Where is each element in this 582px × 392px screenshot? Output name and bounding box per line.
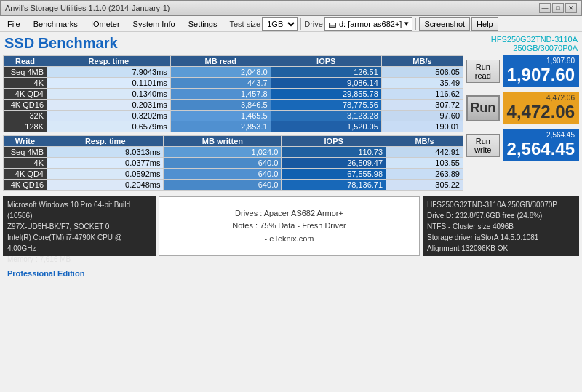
device-line2: 250GB/30070P0A: [491, 44, 578, 52]
help-button[interactable]: Help: [471, 17, 498, 31]
page-title: SSD Benchmark: [4, 35, 118, 52]
drive-selector[interactable]: 🖴 d: [armor as682+] ▾: [324, 17, 413, 31]
write-mb-2: 640.0: [164, 169, 282, 180]
write-row-0: Seq 4MB 9.0313ms 1,024.0 110.73 442.91: [4, 147, 463, 158]
screenshot-button[interactable]: Screenshot: [419, 17, 470, 31]
write-mb-0: 1,024.0: [164, 147, 282, 158]
window-controls[interactable]: — □ ✕: [539, 3, 577, 13]
read-resp-0: 7.9043ms: [47, 67, 171, 78]
read-row-5: 128K 0.6579ms 2,853.1 1,520.05 190.01: [4, 121, 463, 132]
write-iops-1: 26,509.47: [282, 158, 386, 169]
notes-text: Drives : Apacer AS682 Armor+ Notes : 75%…: [232, 207, 346, 246]
read-mb-3: 3,846.5: [170, 100, 271, 111]
read-score-large: 1,907.60: [507, 65, 575, 85]
read-col-mb: MB read: [170, 56, 271, 67]
drive-icon: 🖴: [328, 20, 336, 28]
sys-line3: Intel(R) Core(TM) i7-4790K CPU @ 4.00GHz: [7, 232, 151, 254]
write-mbs-3: 305.22: [386, 180, 463, 191]
window-title: Anvil's Storage Utilities 1.1.0 (2014-Ja…: [5, 4, 170, 12]
read-resp-1: 0.1101ms: [47, 78, 171, 89]
test-size-label: Test size: [229, 20, 260, 28]
read-mbs-0: 506.05: [381, 67, 463, 78]
sys-line2: Z97X-UD5H-BK/F7, SOCKET 0: [7, 221, 151, 232]
write-row-2: 4K QD4 0.0592ms 640.0 67,555.98 263.89: [4, 169, 463, 180]
read-table: Read Resp. time MB read IOPS MB/s Seq 4M…: [3, 55, 463, 132]
write-mbs-2: 263.89: [386, 169, 463, 180]
write-score-large: 2,564.45: [507, 139, 575, 159]
write-col-label: Write: [4, 136, 47, 147]
drive-info-line3: NTFS - Cluster size 4096B: [427, 221, 575, 232]
read-row-3: 4K QD16 0.2031ms 3,846.5 78,775.56 307.7…: [4, 100, 463, 111]
write-resp-1: 0.0377ms: [47, 158, 164, 169]
drive-info-line6: Compression 100% (Incompressible): [427, 254, 575, 256]
read-resp-5: 0.6579ms: [47, 121, 171, 132]
write-table-header: Write Resp. time MB written IOPS MB/s: [4, 136, 463, 147]
write-iops-3: 78,136.71: [282, 180, 386, 191]
read-iops-4: 3,123.28: [271, 111, 381, 121]
read-iops-5: 1,520.05: [271, 121, 381, 132]
device-line1: HFS250G32TND-3110A: [491, 35, 578, 44]
benchmark-area: Read Resp. time MB read IOPS MB/s Seq 4M…: [3, 55, 579, 193]
read-row-2: 4K QD4 0.1340ms 1,457.8 29,855.78 116.62: [4, 89, 463, 100]
read-label-3: 4K QD16: [4, 100, 47, 111]
read-score-section: Run read 1,907.60 1,907.60: [466, 55, 579, 87]
minimize-button[interactable]: —: [539, 3, 551, 13]
read-label-0: Seq 4MB: [4, 67, 47, 78]
write-resp-0: 9.0313ms: [47, 147, 164, 158]
write-resp-2: 0.0592ms: [47, 169, 164, 180]
read-mb-5: 2,853.1: [170, 121, 271, 132]
drive-info-box: HFS250G32TND-3110A 250GB/30070P Drive D:…: [423, 196, 579, 256]
read-label-4: 32K: [4, 111, 47, 121]
read-mb-0: 2,048.0: [170, 67, 271, 78]
read-col-label: Read: [4, 56, 47, 67]
write-resp-3: 0.2048ms: [47, 180, 164, 191]
read-resp-3: 0.2031ms: [47, 100, 171, 111]
menu-separator-2: [300, 18, 301, 30]
write-score-section: Run write 2,564.45 2,564.45: [466, 129, 579, 161]
title-bar: Anvil's Storage Utilities 1.1.0 (2014-Ja…: [0, 0, 582, 16]
menu-settings[interactable]: Settings: [183, 18, 223, 30]
write-iops-0: 110.73: [282, 147, 386, 158]
write-mb-1: 640.0: [164, 158, 282, 169]
menu-separator-1: [226, 18, 226, 30]
read-mbs-5: 190.01: [381, 121, 463, 132]
write-col-mbs: MB/s: [386, 136, 463, 147]
write-score-small: 2,564.45: [507, 131, 575, 139]
read-resp-2: 0.1340ms: [47, 89, 171, 100]
right-panel: Run read 1,907.60 1,907.60 Run 4,472.06 …: [466, 55, 579, 193]
test-size-select[interactable]: 1GB: [262, 17, 298, 31]
write-score-box: 2,564.45 2,564.45: [503, 129, 579, 161]
professional-edition-label: Professional Edition: [7, 268, 151, 280]
maximize-button[interactable]: □: [552, 3, 564, 13]
write-row-1: 4K 0.0377ms 640.0 26,509.47 103.55: [4, 158, 463, 169]
read-mb-4: 1,465.5: [170, 111, 271, 121]
close-button[interactable]: ✕: [565, 3, 577, 13]
write-label-2: 4K QD4: [4, 169, 47, 180]
run-write-button[interactable]: Run write: [466, 134, 500, 157]
read-row-1: 4K 0.1101ms 443.7 9,086.14 35.49: [4, 78, 463, 89]
read-row-0: Seq 4MB 7.9043ms 2,048.0 126.51 506.05: [4, 67, 463, 78]
read-col-mbs: MB/s: [381, 56, 463, 67]
read-iops-1: 9,086.14: [271, 78, 381, 89]
menu-system-info[interactable]: System Info: [127, 18, 181, 30]
run-button[interactable]: Run: [466, 95, 500, 121]
run-read-button[interactable]: Run read: [466, 60, 500, 83]
menu-file[interactable]: File: [1, 18, 26, 30]
read-label-1: 4K: [4, 78, 47, 89]
write-row-3: 4K QD16 0.2048ms 640.0 78,136.71 305.22: [4, 180, 463, 191]
read-iops-2: 29,855.78: [271, 89, 381, 100]
read-mb-1: 443.7: [170, 78, 271, 89]
menu-benchmarks[interactable]: Benchmarks: [28, 18, 84, 30]
tables-area: Read Resp. time MB read IOPS MB/s Seq 4M…: [3, 55, 463, 193]
menu-separator-3: [415, 18, 416, 30]
read-iops-3: 78,775.56: [271, 100, 381, 111]
menu-iometer[interactable]: IOmeter: [85, 18, 126, 30]
read-mbs-1: 35.49: [381, 78, 463, 89]
header-section: SSD Benchmark HFS250G32TND-3110A 250GB/3…: [3, 35, 579, 52]
write-col-iops: IOPS: [282, 136, 386, 147]
total-score-large: 4,472.06: [507, 102, 575, 122]
read-mbs-4: 97.60: [381, 111, 463, 121]
read-label-2: 4K QD4: [4, 89, 47, 100]
write-mbs-0: 442.91: [386, 147, 463, 158]
drive-value: d: [armor as682+]: [339, 20, 402, 28]
